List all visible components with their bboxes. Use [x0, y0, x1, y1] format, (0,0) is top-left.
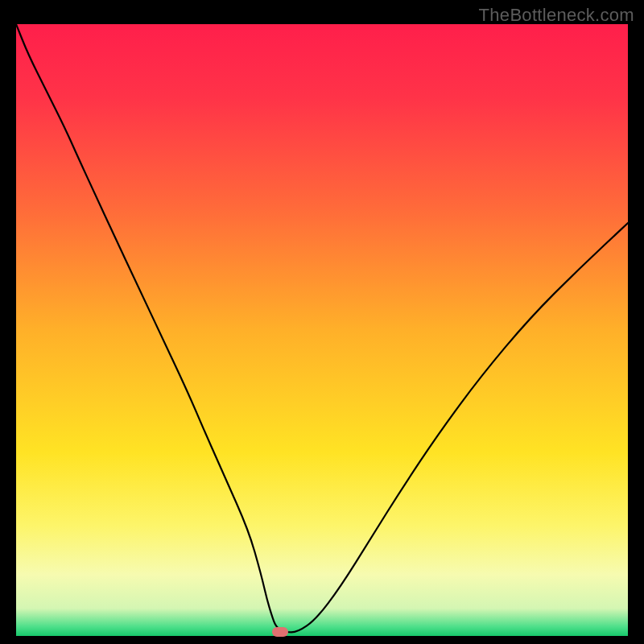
- chart-frame: TheBottleneck.com: [0, 0, 644, 644]
- watermark-text: TheBottleneck.com: [479, 5, 634, 26]
- plot-area: [16, 24, 628, 636]
- optimal-point-marker: [272, 627, 288, 637]
- gradient-background: [16, 24, 628, 636]
- bottleneck-chart: [16, 24, 628, 636]
